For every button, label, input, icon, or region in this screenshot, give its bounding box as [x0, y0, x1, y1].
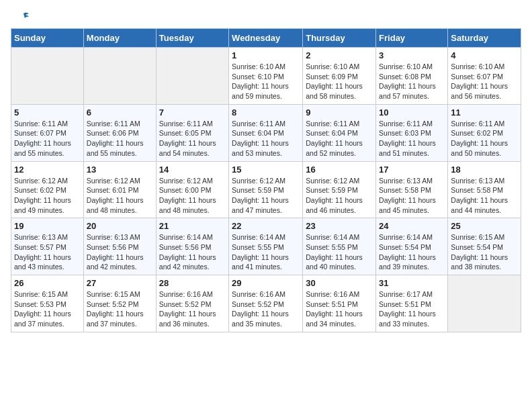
day-cell: 24Sunrise: 6:14 AM Sunset: 5:54 PM Dayli… — [376, 218, 448, 275]
day-cell: 14Sunrise: 6:12 AM Sunset: 6:00 PM Dayli… — [156, 161, 228, 218]
page-header — [0, 0, 532, 28]
day-header-friday: Friday — [376, 29, 448, 48]
day-cell: 29Sunrise: 6:16 AM Sunset: 5:52 PM Dayli… — [229, 275, 303, 332]
day-cell: 6Sunrise: 6:11 AM Sunset: 6:06 PM Daylig… — [83, 104, 156, 161]
day-number: 18 — [451, 165, 518, 175]
week-row-1: 1Sunrise: 6:10 AM Sunset: 6:10 PM Daylig… — [11, 48, 521, 105]
day-cell: 3Sunrise: 6:10 AM Sunset: 6:08 PM Daylig… — [376, 48, 448, 105]
day-number: 9 — [306, 107, 373, 118]
day-info: Sunrise: 6:11 AM Sunset: 6:04 PM Dayligh… — [306, 119, 373, 158]
day-number: 15 — [232, 165, 300, 175]
day-cell: 13Sunrise: 6:12 AM Sunset: 6:01 PM Dayli… — [83, 161, 156, 218]
day-number: 2 — [306, 50, 373, 60]
day-cell: 5Sunrise: 6:11 AM Sunset: 6:07 PM Daylig… — [11, 104, 84, 161]
day-number: 10 — [379, 107, 445, 118]
logo-bird-icon — [17, 11, 30, 23]
day-info: Sunrise: 6:12 AM Sunset: 5:59 PM Dayligh… — [306, 176, 373, 216]
day-cell: 16Sunrise: 6:12 AM Sunset: 5:59 PM Dayli… — [303, 161, 376, 218]
day-cell: 10Sunrise: 6:11 AM Sunset: 6:03 PM Dayli… — [376, 104, 448, 161]
day-info: Sunrise: 6:14 AM Sunset: 5:55 PM Dayligh… — [306, 232, 373, 272]
day-cell: 26Sunrise: 6:15 AM Sunset: 5:53 PM Dayli… — [11, 275, 84, 332]
day-cell: 27Sunrise: 6:15 AM Sunset: 5:52 PM Dayli… — [83, 275, 156, 332]
day-number: 29 — [232, 278, 300, 288]
day-cell: 1Sunrise: 6:10 AM Sunset: 6:10 PM Daylig… — [229, 48, 303, 105]
day-header-monday: Monday — [83, 29, 156, 48]
day-number: 4 — [451, 50, 518, 60]
day-cell: 12Sunrise: 6:12 AM Sunset: 6:02 PM Dayli… — [11, 161, 84, 218]
day-cell: 19Sunrise: 6:13 AM Sunset: 5:57 PM Dayli… — [11, 218, 84, 275]
day-info: Sunrise: 6:10 AM Sunset: 6:09 PM Dayligh… — [306, 62, 373, 101]
day-info: Sunrise: 6:11 AM Sunset: 6:03 PM Dayligh… — [379, 119, 445, 158]
day-info: Sunrise: 6:13 AM Sunset: 5:56 PM Dayligh… — [87, 232, 153, 272]
day-info: Sunrise: 6:12 AM Sunset: 5:59 PM Dayligh… — [232, 176, 300, 216]
day-number: 16 — [306, 165, 373, 175]
calendar-table: SundayMondayTuesdayWednesdayThursdayFrid… — [11, 28, 521, 332]
day-info: Sunrise: 6:13 AM Sunset: 5:57 PM Dayligh… — [14, 232, 81, 272]
calendar-wrapper: SundayMondayTuesdayWednesdayThursdayFrid… — [0, 28, 532, 343]
day-cell: 17Sunrise: 6:13 AM Sunset: 5:58 PM Dayli… — [376, 161, 448, 218]
day-header-sunday: Sunday — [11, 29, 84, 48]
day-number: 30 — [306, 278, 373, 288]
week-row-4: 19Sunrise: 6:13 AM Sunset: 5:57 PM Dayli… — [11, 218, 521, 275]
day-cell — [83, 48, 156, 105]
day-cell: 21Sunrise: 6:14 AM Sunset: 5:56 PM Dayli… — [156, 218, 228, 275]
day-info: Sunrise: 6:12 AM Sunset: 6:02 PM Dayligh… — [14, 176, 81, 216]
day-info: Sunrise: 6:15 AM Sunset: 5:52 PM Dayligh… — [87, 289, 153, 329]
day-number: 11 — [451, 107, 518, 118]
day-cell: 11Sunrise: 6:11 AM Sunset: 6:02 PM Dayli… — [448, 104, 521, 161]
day-number: 22 — [232, 221, 300, 231]
day-number: 7 — [159, 107, 226, 118]
week-row-2: 5Sunrise: 6:11 AM Sunset: 6:07 PM Daylig… — [11, 104, 521, 161]
day-number: 26 — [14, 278, 81, 288]
day-cell: 28Sunrise: 6:16 AM Sunset: 5:52 PM Dayli… — [156, 275, 228, 332]
day-header-wednesday: Wednesday — [229, 29, 303, 48]
days-header-row: SundayMondayTuesdayWednesdayThursdayFrid… — [11, 29, 521, 48]
day-info: Sunrise: 6:10 AM Sunset: 6:08 PM Dayligh… — [379, 62, 445, 101]
day-cell — [11, 48, 84, 105]
day-info: Sunrise: 6:11 AM Sunset: 6:05 PM Dayligh… — [159, 119, 226, 158]
day-number: 6 — [87, 107, 153, 118]
day-number: 17 — [379, 165, 445, 175]
day-number: 20 — [87, 221, 153, 231]
day-number: 5 — [14, 107, 81, 118]
day-number: 28 — [159, 278, 226, 288]
logo — [16, 11, 30, 23]
day-info: Sunrise: 6:11 AM Sunset: 6:04 PM Dayligh… — [232, 119, 300, 158]
day-header-saturday: Saturday — [448, 29, 521, 48]
day-info: Sunrise: 6:10 AM Sunset: 6:10 PM Dayligh… — [232, 62, 300, 101]
day-cell: 18Sunrise: 6:13 AM Sunset: 5:58 PM Dayli… — [448, 161, 521, 218]
day-info: Sunrise: 6:16 AM Sunset: 5:51 PM Dayligh… — [306, 289, 373, 329]
day-cell: 15Sunrise: 6:12 AM Sunset: 5:59 PM Dayli… — [229, 161, 303, 218]
day-number: 14 — [159, 165, 226, 175]
day-cell: 4Sunrise: 6:10 AM Sunset: 6:07 PM Daylig… — [448, 48, 521, 105]
week-row-5: 26Sunrise: 6:15 AM Sunset: 5:53 PM Dayli… — [11, 275, 521, 332]
day-number: 31 — [379, 278, 445, 288]
day-cell: 2Sunrise: 6:10 AM Sunset: 6:09 PM Daylig… — [303, 48, 376, 105]
day-info: Sunrise: 6:13 AM Sunset: 5:58 PM Dayligh… — [451, 176, 518, 216]
day-cell: 8Sunrise: 6:11 AM Sunset: 6:04 PM Daylig… — [229, 104, 303, 161]
day-cell: 31Sunrise: 6:17 AM Sunset: 5:51 PM Dayli… — [376, 275, 448, 332]
day-cell — [448, 275, 521, 332]
day-number: 8 — [232, 107, 300, 118]
day-number: 24 — [379, 221, 445, 231]
day-info: Sunrise: 6:17 AM Sunset: 5:51 PM Dayligh… — [379, 289, 445, 329]
day-info: Sunrise: 6:12 AM Sunset: 6:01 PM Dayligh… — [87, 176, 153, 216]
day-number: 19 — [14, 221, 81, 231]
day-info: Sunrise: 6:11 AM Sunset: 6:02 PM Dayligh… — [451, 119, 518, 158]
day-number: 25 — [451, 221, 518, 231]
day-header-tuesday: Tuesday — [156, 29, 228, 48]
day-info: Sunrise: 6:12 AM Sunset: 6:00 PM Dayligh… — [159, 176, 226, 216]
day-cell: 9Sunrise: 6:11 AM Sunset: 6:04 PM Daylig… — [303, 104, 376, 161]
day-cell: 30Sunrise: 6:16 AM Sunset: 5:51 PM Dayli… — [303, 275, 376, 332]
day-info: Sunrise: 6:15 AM Sunset: 5:54 PM Dayligh… — [451, 232, 518, 272]
day-info: Sunrise: 6:14 AM Sunset: 5:54 PM Dayligh… — [379, 232, 445, 272]
day-info: Sunrise: 6:15 AM Sunset: 5:53 PM Dayligh… — [14, 289, 81, 329]
day-cell: 22Sunrise: 6:14 AM Sunset: 5:55 PM Dayli… — [229, 218, 303, 275]
day-info: Sunrise: 6:13 AM Sunset: 5:58 PM Dayligh… — [379, 176, 445, 216]
day-info: Sunrise: 6:16 AM Sunset: 5:52 PM Dayligh… — [159, 289, 226, 329]
day-cell: 25Sunrise: 6:15 AM Sunset: 5:54 PM Dayli… — [448, 218, 521, 275]
day-cell — [156, 48, 228, 105]
day-cell: 23Sunrise: 6:14 AM Sunset: 5:55 PM Dayli… — [303, 218, 376, 275]
day-number: 3 — [379, 50, 445, 60]
day-cell: 7Sunrise: 6:11 AM Sunset: 6:05 PM Daylig… — [156, 104, 228, 161]
